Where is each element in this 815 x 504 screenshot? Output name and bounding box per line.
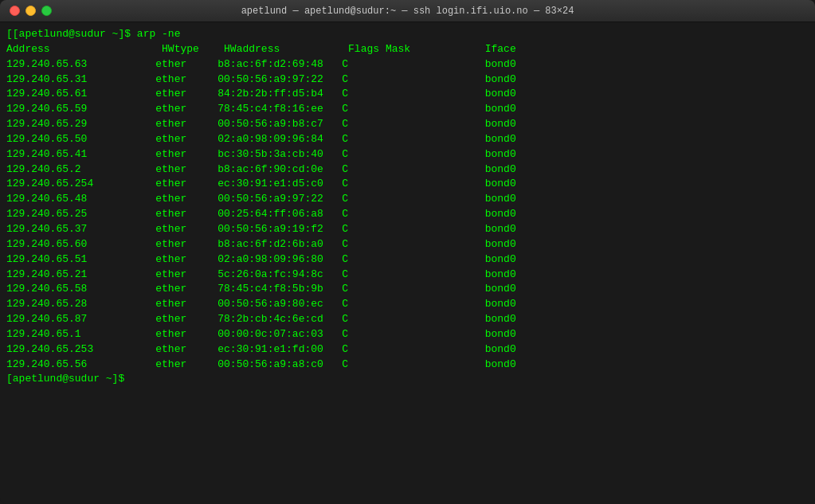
table-row: 129.240.65.41 ether bc:30:5b:3a:cb:40 C … — [6, 147, 809, 162]
terminal-body[interactable]: [[apetlund@sudur ~]$ arp -ne Address HWt… — [0, 22, 815, 504]
table-row: 129.240.65.253 ether ec:30:91:e1:fd:00 C… — [6, 342, 809, 357]
table-row: 129.240.65.21 ether 5c:26:0a:fc:94:8c C … — [6, 268, 809, 283]
table-row: 129.240.65.31 ether 00:50:56:a9:97:22 C … — [6, 72, 809, 88]
minimize-button[interactable] — [25, 6, 36, 16]
close-button[interactable] — [10, 6, 20, 16]
titlebar: apetlund — apetlund@sudur:~ — ssh login.… — [0, 0, 815, 22]
command-line: [[apetlund@sudur ~]$ arp -ne — [6, 27, 809, 42]
prompt-end: [apetlund@sudur ~]$ — [6, 372, 809, 387]
table-row: 129.240.65.60 ether b8:ac:6f:d2:6b:a0 C … — [6, 237, 809, 252]
table-row: 129.240.65.254 ether ec:30:91:e1:d5:c0 C… — [6, 177, 809, 192]
traffic-lights — [10, 6, 52, 16]
table-row: 129.240.65.29 ether 00:50:56:a9:b8:c7 C … — [6, 117, 809, 132]
table-row: 129.240.65.61 ether 84:2b:2b:ff:d5:b4 C … — [6, 87, 809, 102]
window-title: apetlund — apetlund@sudur:~ — ssh login.… — [241, 6, 574, 17]
table-row: 129.240.65.56 ether 00:50:56:a9:a8:c0 C … — [6, 357, 809, 373]
arp-table: 129.240.65.63 ether b8:ac:6f:d2:69:48 C … — [6, 57, 809, 373]
table-row: 129.240.65.59 ether 78:45:c4:f8:16:ee C … — [6, 102, 809, 117]
table-row: 129.240.65.1 ether 00:00:0c:07:ac:03 C b… — [6, 327, 809, 342]
terminal-window: apetlund — apetlund@sudur:~ — ssh login.… — [0, 0, 815, 504]
table-row: 129.240.65.50 ether 02:a0:98:09:96:84 C … — [6, 132, 809, 147]
maximize-button[interactable] — [41, 6, 52, 16]
table-row: 129.240.65.58 ether 78:45:c4:f8:5b:9b C … — [6, 282, 809, 297]
table-row: 129.240.65.28 ether 00:50:56:a9:80:ec C … — [6, 297, 809, 312]
table-row: 129.240.65.87 ether 78:2b:cb:4c:6e:cd C … — [6, 312, 809, 327]
table-row: 129.240.65.25 ether 00:25:64:ff:06:a8 C … — [6, 207, 809, 222]
table-header: Address HWtype HWaddress Flags Mask Ifac… — [6, 42, 809, 57]
table-row: 129.240.65.48 ether 00:50:56:a9:97:22 C … — [6, 192, 809, 207]
table-row: 129.240.65.63 ether b8:ac:6f:d2:69:48 C … — [6, 57, 809, 72]
table-row: 129.240.65.2 ether b8:ac:6f:90:cd:0e C b… — [6, 162, 809, 178]
table-row: 129.240.65.51 ether 02:a0:98:09:96:80 C … — [6, 252, 809, 268]
table-row: 129.240.65.37 ether 00:50:56:a9:19:f2 C … — [6, 222, 809, 237]
